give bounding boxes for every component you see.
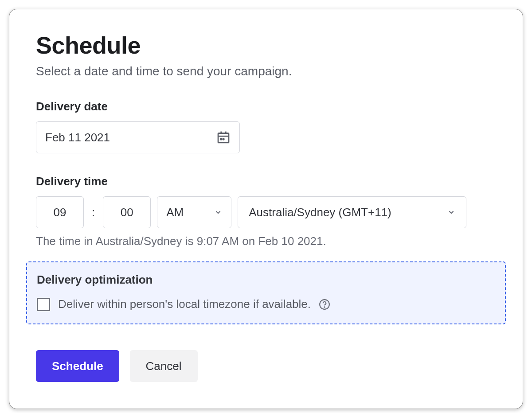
time-colon: : [90,206,97,219]
minute-input[interactable] [103,196,151,228]
page-subtitle: Select a date and time to send your camp… [36,64,496,78]
ampm-value: AM [166,206,184,219]
cancel-button[interactable]: Cancel [130,350,198,382]
hour-input[interactable] [36,196,84,228]
calendar-icon [216,130,231,144]
schedule-modal: Schedule Select a date and time to send … [9,9,523,409]
timezone-select[interactable]: Australia/Sydney (GMT+11) [238,196,466,228]
ampm-select[interactable]: AM [157,196,231,228]
delivery-optimization-panel: Delivery optimization Deliver within per… [26,261,506,324]
svg-point-7 [324,307,325,307]
help-icon[interactable] [319,299,330,310]
time-input-row: : AM Australia/Sydney (GMT+11) [36,196,496,228]
local-timezone-label: Deliver within person's local timezone i… [58,297,311,311]
svg-point-5 [223,139,224,140]
svg-rect-0 [218,133,229,143]
svg-point-4 [220,139,222,140]
checkbox-row: Deliver within person's local timezone i… [37,297,495,311]
delivery-time-label: Delivery time [36,175,496,188]
delivery-date-field[interactable] [36,121,240,153]
timezone-value: Australia/Sydney (GMT+11) [249,206,391,219]
page-title: Schedule [36,31,496,59]
delivery-date-label: Delivery date [36,100,496,113]
chevron-down-icon [214,208,222,216]
delivery-date-input[interactable] [45,131,216,144]
schedule-button[interactable]: Schedule [36,350,119,382]
button-row: Schedule Cancel [36,350,496,382]
local-timezone-checkbox[interactable] [37,298,50,311]
chevron-down-icon [447,208,455,216]
time-hint: The time in Australia/Sydney is 9:07 AM … [36,234,496,248]
delivery-optimization-title: Delivery optimization [37,273,495,287]
